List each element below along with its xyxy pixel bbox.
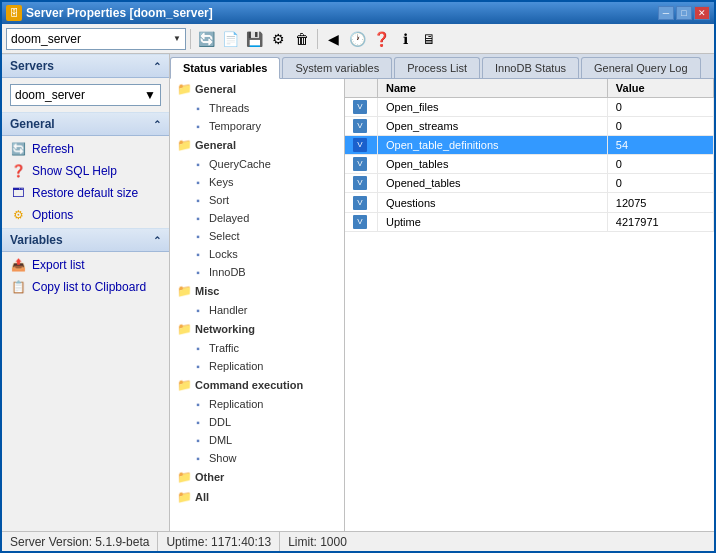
file-icon: ▪	[190, 264, 206, 280]
folder-icon: 📁	[176, 321, 192, 337]
variables-label: Variables	[10, 233, 63, 247]
tree-item-command[interactable]: 📁 Command execution	[170, 375, 344, 395]
close-button[interactable]: ✕	[694, 6, 710, 20]
col-header-value: Value	[607, 79, 713, 98]
table-row[interactable]: V Opened_tables 0	[345, 174, 714, 193]
tree-label: Misc	[195, 285, 219, 297]
sidebar: Servers ⌃ doom_server ▼ General ⌃ 🔄 Refr…	[2, 54, 170, 531]
folder-icon: 📁	[176, 469, 192, 485]
tree-item-traffic[interactable]: ▪ Traffic	[170, 339, 344, 357]
sidebar-server-dropdown[interactable]: doom_server ▼	[10, 84, 161, 106]
sidebar-item-export[interactable]: 📤 Export list	[2, 254, 169, 276]
status-bar: Server Version: 5.1.9-beta Uptime: 1171:…	[2, 531, 714, 551]
tree-item-locks[interactable]: ▪ Locks	[170, 245, 344, 263]
tab-process-list[interactable]: Process List	[394, 57, 480, 78]
options-label: Options	[32, 208, 73, 222]
export-icon: 📤	[10, 257, 26, 273]
file-icon: ▪	[190, 302, 206, 318]
sidebar-item-restore[interactable]: 🗔 Restore default size	[2, 182, 169, 204]
tree-item-misc[interactable]: 📁 Misc	[170, 281, 344, 301]
maximize-button[interactable]: □	[676, 6, 692, 20]
tree-item-ddl[interactable]: ▪ DDL	[170, 413, 344, 431]
table-row[interactable]: V Open_streams 0	[345, 117, 714, 136]
save-button[interactable]: 💾	[243, 28, 265, 50]
tree-item-threads[interactable]: ▪ Threads	[170, 99, 344, 117]
table-row[interactable]: V Questions 12075	[345, 193, 714, 212]
tree-item-all[interactable]: 📁 All	[170, 487, 344, 507]
tree-label: Locks	[209, 248, 238, 260]
sidebar-item-refresh[interactable]: 🔄 Refresh	[2, 138, 169, 160]
tab-innodb-status[interactable]: InnoDB Status	[482, 57, 579, 78]
sidebar-server-select: doom_server ▼	[2, 78, 169, 112]
tree-item-temporary[interactable]: ▪ Temporary	[170, 117, 344, 135]
row-icon-cell: V	[345, 136, 378, 155]
back-button[interactable]: ◀	[322, 28, 344, 50]
sidebar-item-options[interactable]: ⚙ Options	[2, 204, 169, 226]
sidebar-item-copy[interactable]: 📋 Copy list to Clipboard	[2, 276, 169, 298]
col-header-name: Name	[378, 79, 608, 98]
file-icon: ▪	[190, 358, 206, 374]
tab-status-variables[interactable]: Status variables	[170, 57, 280, 79]
file-icon: ▪	[190, 340, 206, 356]
var-name: Questions	[378, 193, 608, 212]
tree-label: InnoDB	[209, 266, 246, 278]
tree-item-keys[interactable]: ▪ Keys	[170, 173, 344, 191]
new-button[interactable]: 📄	[219, 28, 241, 50]
tree-item-dml[interactable]: ▪ DML	[170, 431, 344, 449]
refresh-toolbar-button[interactable]: 🔄	[195, 28, 217, 50]
table-row-selected[interactable]: V Open_table_definitions 54	[345, 136, 714, 155]
file-icon: ▪	[190, 396, 206, 412]
tree-item-replication1[interactable]: ▪ Replication	[170, 357, 344, 375]
var-value: 4217971	[607, 212, 713, 231]
folder-icon: 📁	[176, 283, 192, 299]
sidebar-item-sql-help[interactable]: ❓ Show SQL Help	[2, 160, 169, 182]
tree-panel: 📁 General ▪ Threads ▪ Temporary 📁 Gen	[170, 79, 345, 531]
toolbar: doom_server ▼ 🔄 📄 💾 ⚙ 🗑 ◀ 🕐 ❓ ℹ 🖥	[2, 24, 714, 54]
file-icon: ▪	[190, 192, 206, 208]
tree-item-sort[interactable]: ▪ Sort	[170, 191, 344, 209]
tree-label: General	[195, 83, 236, 95]
settings-button[interactable]: ⚙	[267, 28, 289, 50]
minimize-button[interactable]: ─	[658, 6, 674, 20]
tree-item-select[interactable]: ▪ Select	[170, 227, 344, 245]
history-button[interactable]: 🕐	[346, 28, 368, 50]
servers-label: Servers	[10, 59, 54, 73]
general-section-header[interactable]: General ⌃	[2, 112, 169, 136]
info-button[interactable]: ℹ	[394, 28, 416, 50]
tree-label: Keys	[209, 176, 233, 188]
tree-item-querycache[interactable]: ▪ QueryCache	[170, 155, 344, 173]
window-controls: ─ □ ✕	[658, 6, 710, 20]
tree-item-other[interactable]: 📁 Other	[170, 467, 344, 487]
tab-system-variables[interactable]: System variables	[282, 57, 392, 78]
tree-item-replication2[interactable]: ▪ Replication	[170, 395, 344, 413]
help-button[interactable]: ❓	[370, 28, 392, 50]
tree-item-general2[interactable]: 📁 General	[170, 135, 344, 155]
file-icon: ▪	[190, 450, 206, 466]
tree-item-show[interactable]: ▪ Show	[170, 449, 344, 467]
tree-label: Traffic	[209, 342, 239, 354]
help-icon: ❓	[10, 163, 26, 179]
table-row[interactable]: V Open_tables 0	[345, 155, 714, 174]
copy-icon: 📋	[10, 279, 26, 295]
tree-label: DDL	[209, 416, 231, 428]
tree-item-general1[interactable]: 📁 General	[170, 79, 344, 99]
status-limit: Limit: 1000	[280, 532, 355, 551]
folder-icon: 📁	[176, 377, 192, 393]
variables-section-header[interactable]: Variables ⌃	[2, 228, 169, 252]
table-row[interactable]: V Uptime 4217971	[345, 212, 714, 231]
tree-item-innodb[interactable]: ▪ InnoDB	[170, 263, 344, 281]
tree-item-networking[interactable]: 📁 Networking	[170, 319, 344, 339]
servers-section-header[interactable]: Servers ⌃	[2, 54, 169, 78]
refresh-label: Refresh	[32, 142, 74, 156]
server-dropdown[interactable]: doom_server ▼	[6, 28, 186, 50]
var-value: 0	[607, 174, 713, 193]
tab-general-query-log[interactable]: General Query Log	[581, 57, 701, 78]
tree-label: QueryCache	[209, 158, 271, 170]
tree-label: Delayed	[209, 212, 249, 224]
servers-collapse-icon: ⌃	[153, 61, 161, 72]
tree-item-delayed[interactable]: ▪ Delayed	[170, 209, 344, 227]
tree-item-handler[interactable]: ▪ Handler	[170, 301, 344, 319]
delete-button[interactable]: 🗑	[291, 28, 313, 50]
monitor-button[interactable]: 🖥	[418, 28, 440, 50]
table-row[interactable]: V Open_files 0	[345, 98, 714, 117]
